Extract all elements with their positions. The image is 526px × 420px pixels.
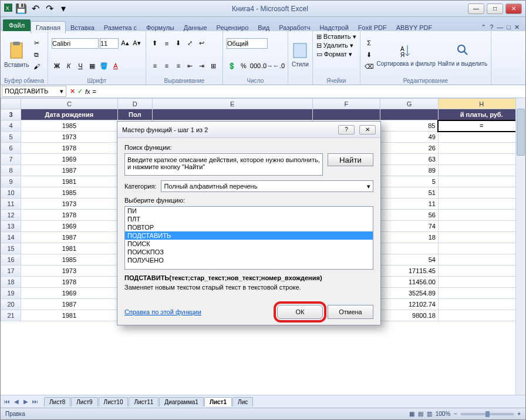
view-normal-icon[interactable]: ▦ xyxy=(409,411,414,417)
name-box[interactable]: ПОДСТАВИТЬ▾ xyxy=(2,86,66,97)
wrap-text-icon[interactable]: ↩ xyxy=(197,38,207,49)
fx-icon[interactable]: fx xyxy=(85,88,90,95)
align-left-icon[interactable]: ≡ xyxy=(150,61,160,71)
redo-icon[interactable]: ↷ xyxy=(44,4,55,14)
orientation-icon[interactable]: ⤢ xyxy=(185,38,195,49)
qat-more-icon[interactable]: ▾ xyxy=(58,4,69,14)
save-icon[interactable]: 💾 xyxy=(16,4,26,14)
align-right-icon[interactable]: ≡ xyxy=(173,61,184,71)
find-button[interactable]: Найти xyxy=(328,153,373,166)
decrease-decimal-icon[interactable]: ←.0 xyxy=(274,61,284,71)
format-painter-icon[interactable]: 🖌 xyxy=(31,61,42,72)
font-size-select[interactable] xyxy=(100,38,119,49)
help-link[interactable]: Справка по этой функции xyxy=(124,308,201,315)
grow-font-icon[interactable]: A▴ xyxy=(120,38,130,49)
zoom-slider[interactable] xyxy=(461,413,514,415)
sheet-nav-next-icon[interactable]: ▶ xyxy=(22,398,30,405)
cells-delete-button[interactable]: ⊟ Удалить ▾ xyxy=(316,42,353,49)
shrink-font-icon[interactable]: A▾ xyxy=(132,38,142,49)
sort-filter-button[interactable]: АЯ Сортировка и фильтр xyxy=(377,43,436,67)
italic-icon[interactable]: К xyxy=(63,61,74,71)
fill-icon[interactable]: ⬇ xyxy=(364,49,375,60)
minimize-button[interactable]: — xyxy=(468,4,484,14)
merge-icon[interactable]: ⊞ xyxy=(208,61,219,71)
col-header-F[interactable]: F xyxy=(312,99,380,109)
function-list[interactable]: ПИПЛТПОВТОРПОДСТАВИТЬПОИСКПОИСКПОЗПОЛУЧЕ… xyxy=(124,206,373,270)
sheet-nav-prev-icon[interactable]: ◀ xyxy=(12,398,21,405)
col-header-D[interactable]: D xyxy=(117,99,152,109)
col-header-G[interactable]: G xyxy=(380,99,439,109)
sheet-nav-last-icon[interactable]: ⏭ xyxy=(31,398,39,405)
cancel-formula-icon[interactable]: ✕ xyxy=(70,88,75,95)
underline-icon[interactable]: Ч xyxy=(75,61,86,71)
bold-icon[interactable]: Ж xyxy=(52,61,62,71)
cut-icon[interactable]: ✂ xyxy=(31,38,42,48)
close-button[interactable]: ✕ xyxy=(505,4,522,14)
function-item[interactable]: ПОДСТАВИТЬ xyxy=(125,231,373,240)
border-icon[interactable]: ▦ xyxy=(87,61,97,71)
dialog-help-button[interactable]: ? xyxy=(338,125,355,135)
doc-close-icon[interactable]: ✕ xyxy=(514,23,520,31)
ok-button[interactable]: ОК xyxy=(277,305,323,319)
align-top-icon[interactable]: ⬆ xyxy=(150,38,160,49)
find-select-button[interactable]: Найти и выделить xyxy=(438,43,487,67)
font-color-icon[interactable]: A xyxy=(110,61,121,71)
sheet-tab[interactable]: Лис xyxy=(232,397,253,406)
formula-value[interactable]: = xyxy=(93,88,96,95)
sheet-nav-first-icon[interactable]: ⏮ xyxy=(3,398,11,405)
sheet-tab[interactable]: Лист8 xyxy=(44,397,70,406)
sheet-tab[interactable]: Лист11 xyxy=(129,397,159,406)
decrease-indent-icon[interactable]: ⇤ xyxy=(185,61,195,71)
align-middle-icon[interactable]: ≡ xyxy=(161,38,172,49)
doc-minimize-icon[interactable]: — xyxy=(497,23,503,31)
sheet-tab[interactable]: Лист10 xyxy=(99,397,129,406)
ribbon-minimize-icon[interactable]: ⌃ xyxy=(481,23,486,31)
help-icon[interactable]: ? xyxy=(490,23,493,31)
font-name-select[interactable] xyxy=(52,38,99,49)
col-header-E[interactable]: E xyxy=(152,99,312,109)
maximize-button[interactable]: □ xyxy=(487,4,503,14)
zoom-level[interactable]: 100% xyxy=(436,411,451,417)
cancel-button[interactable]: Отмена xyxy=(328,305,373,319)
view-break-icon[interactable]: ▥ xyxy=(427,411,432,417)
align-bottom-icon[interactable]: ⬇ xyxy=(173,38,184,49)
vertical-scrollbar[interactable] xyxy=(515,98,525,395)
increase-decimal-icon[interactable]: .0→ xyxy=(262,61,272,71)
cells-format-button[interactable]: ▭ Формат ▾ xyxy=(316,51,352,58)
undo-icon[interactable]: ↶ xyxy=(30,4,41,14)
paste-button[interactable]: Вставить xyxy=(4,42,29,68)
fill-color-icon[interactable]: 🪣 xyxy=(99,61,109,71)
search-input[interactable]: Введите краткое описание действия, котор… xyxy=(124,153,323,176)
chevron-down-icon[interactable]: ▾ xyxy=(60,88,63,95)
increase-indent-icon[interactable]: ⇥ xyxy=(197,61,207,71)
function-item[interactable]: ПОИСКПОЗ xyxy=(125,248,373,256)
col-header-H[interactable]: H xyxy=(438,99,525,109)
styles-button[interactable]: Стили xyxy=(292,42,309,68)
comma-icon[interactable]: 000 xyxy=(250,61,261,71)
function-item[interactable]: ПЛТ xyxy=(125,215,373,223)
zoom-in-icon[interactable]: + xyxy=(517,411,521,417)
col-header-C[interactable]: C xyxy=(21,99,118,109)
doc-restore-icon[interactable]: □ xyxy=(507,23,511,31)
cells-insert-button[interactable]: ⊞ Вставить ▾ xyxy=(316,33,356,41)
sheet-tab[interactable]: Лист1 xyxy=(204,397,232,406)
number-format-select[interactable] xyxy=(227,38,268,49)
file-tab[interactable]: Файл xyxy=(3,19,31,31)
currency-icon[interactable]: 💲 xyxy=(227,61,237,71)
zoom-out-icon[interactable]: − xyxy=(454,411,457,417)
dialog-titlebar[interactable]: Мастер функций - шаг 1 из 2 ? ✕ xyxy=(117,122,380,138)
function-item[interactable]: ПОЛУЧЕНО xyxy=(125,256,373,264)
autosum-icon[interactable]: Σ xyxy=(364,38,375,48)
enter-formula-icon[interactable]: ✓ xyxy=(77,88,83,95)
function-item[interactable]: ПОИСК xyxy=(125,240,373,248)
align-center-icon[interactable]: ≡ xyxy=(161,61,172,71)
percent-icon[interactable]: % xyxy=(238,61,249,71)
sheet-tab[interactable]: Диаграмма1 xyxy=(159,397,204,406)
dialog-close-button[interactable]: ✕ xyxy=(359,125,376,135)
function-item[interactable]: ПИ xyxy=(125,207,373,215)
view-page-icon[interactable]: ▤ xyxy=(418,411,423,417)
function-item[interactable]: ПОВТОР xyxy=(125,223,373,231)
category-select[interactable]: Полный алфавитный перечень ▾ xyxy=(161,180,373,192)
sheet-tab[interactable]: Лист9 xyxy=(71,397,97,406)
clear-icon[interactable]: ⌫ xyxy=(364,61,375,72)
